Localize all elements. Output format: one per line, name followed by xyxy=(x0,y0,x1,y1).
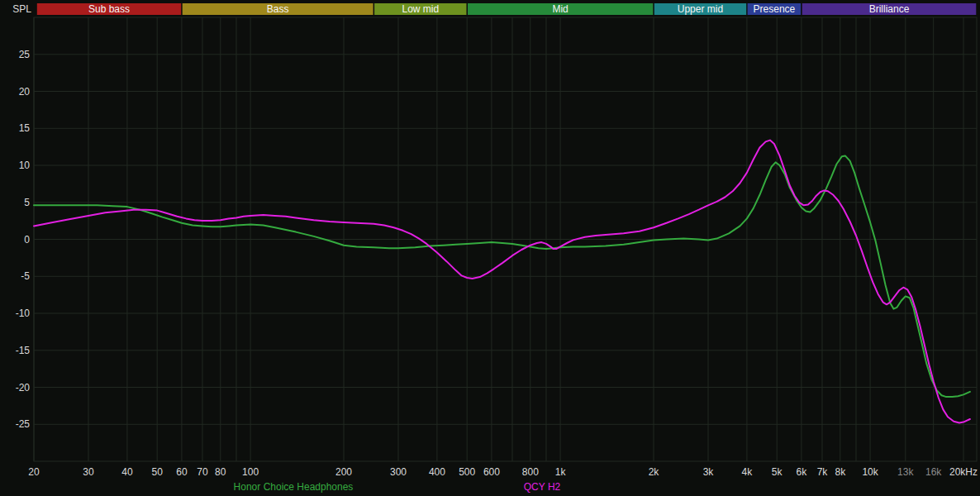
x-tick-label: 40 xyxy=(121,466,133,478)
band-label-bass: Bass xyxy=(267,3,289,15)
y-tick-label: -20 xyxy=(16,382,31,393)
x-tick-label: 2k xyxy=(649,466,660,478)
frequency-response-chart: Sub bassBassLow midMidUpper midPresenceB… xyxy=(0,0,980,496)
x-tick-label: 100 xyxy=(242,466,259,478)
x-tick-label: 20kHz xyxy=(949,466,978,478)
x-tick-label: 80 xyxy=(215,466,226,478)
y-tick-label: 10 xyxy=(19,160,31,171)
x-tick-label: 500 xyxy=(459,466,475,478)
y-tick-label: 0 xyxy=(24,234,30,246)
x-tick-label: 20 xyxy=(28,466,40,478)
x-tick-label: 16k xyxy=(925,466,942,478)
chart-background xyxy=(0,0,980,496)
x-tick-label: 600 xyxy=(483,466,500,478)
x-tick-label: 13k xyxy=(897,466,914,478)
x-tick-label: 5k xyxy=(772,466,783,478)
x-tick-label: 6k xyxy=(797,466,808,478)
x-tick-label: 8k xyxy=(835,466,846,478)
y-tick-label: -10 xyxy=(16,308,31,319)
band-label-low-mid: Low mid xyxy=(402,3,439,15)
spl-axis-title: SPL xyxy=(12,3,31,15)
x-tick-label: 7k xyxy=(817,466,829,478)
chart-layers: Sub bassBassLow midMidUpper midPresenceB… xyxy=(0,0,980,496)
band-label-presence: Presence xyxy=(754,3,796,15)
x-tick-label: 4k xyxy=(742,466,754,478)
y-tick-label: -25 xyxy=(16,418,31,430)
x-tick-label: 70 xyxy=(197,466,208,478)
x-tick-label: 400 xyxy=(429,466,445,478)
x-tick-label: 50 xyxy=(152,466,164,478)
legend-honor-choice-headphones[interactable]: Honor Choice Headphones xyxy=(234,481,354,493)
x-tick-label: 800 xyxy=(522,466,539,478)
x-tick-label: 3k xyxy=(703,466,715,478)
band-label-mid: Mid xyxy=(552,3,568,15)
band-label-sub-bass: Sub bass xyxy=(88,3,130,15)
band-label-brilliance: Brilliance xyxy=(869,3,910,15)
x-tick-label: 200 xyxy=(335,466,352,478)
x-tick-label: 60 xyxy=(176,466,188,478)
y-tick-label: 5 xyxy=(24,197,30,208)
y-tick-label: 25 xyxy=(19,49,31,60)
y-tick-label: 15 xyxy=(19,122,31,134)
x-tick-label: 30 xyxy=(83,466,94,478)
y-tick-label: -15 xyxy=(16,345,31,356)
band-label-upper-mid: Upper mid xyxy=(678,3,723,15)
x-tick-label: 300 xyxy=(390,466,407,478)
x-tick-label: 1k xyxy=(555,466,567,478)
legend-qcy-h2[interactable]: QCY H2 xyxy=(524,481,561,493)
x-tick-label: 10k xyxy=(862,466,878,478)
y-tick-label: -5 xyxy=(21,270,30,282)
y-tick-label: 20 xyxy=(19,86,31,98)
